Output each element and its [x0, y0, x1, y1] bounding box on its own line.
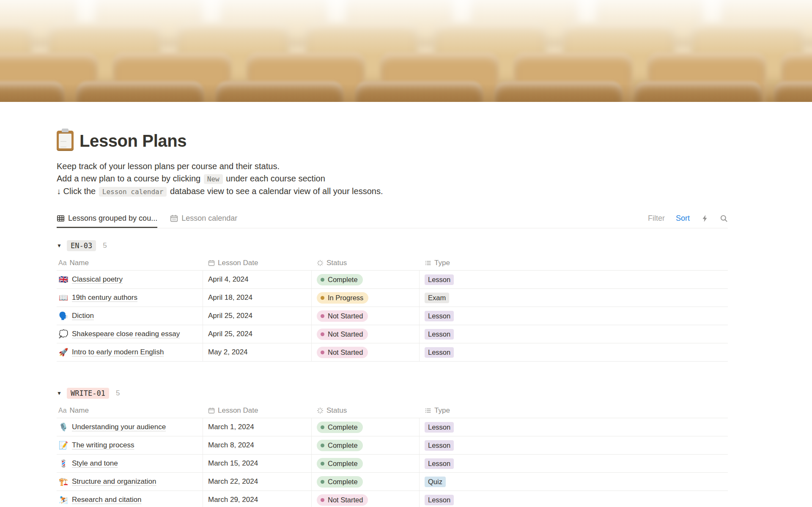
table-rows: 🇬🇧 Classical poetry April 4, 2024 Comple…	[57, 271, 728, 362]
status-cell[interactable]: Not Started	[312, 307, 420, 325]
lightning-icon[interactable]	[701, 214, 709, 222]
type-cell[interactable]: Quiz	[420, 473, 728, 491]
tab-lesson-calendar[interactable]: Lesson calendar	[170, 209, 237, 228]
name-cell[interactable]: 🏗️ Structure and organization	[57, 473, 203, 491]
name-cell[interactable]: 📖 19th century authors	[57, 289, 203, 307]
column-header-type[interactable]: Type	[420, 406, 728, 415]
table-row: 🗣️ Diction April 25, 2024 Not Started Le…	[57, 307, 728, 325]
table-row: 💈 Style and tone March 15, 2024 Complete…	[57, 455, 728, 473]
status-dot-icon	[321, 498, 324, 502]
group-count: 5	[116, 389, 120, 397]
status-cell[interactable]: Not Started	[312, 491, 420, 507]
filter-button[interactable]: Filter	[648, 214, 665, 223]
cover-image	[0, 0, 812, 102]
tab-lessons-grouped-by-course[interactable]: Lessons grouped by cou...	[57, 209, 157, 228]
column-header-lesson-date[interactable]: Lesson Date	[203, 259, 312, 267]
type-cell[interactable]: Lesson	[420, 307, 728, 325]
name-cell[interactable]: ⛷️ Research and citation	[57, 491, 203, 507]
lesson-date-cell[interactable]: April 18, 2024	[203, 289, 312, 307]
status-dot-icon	[321, 296, 324, 300]
table-header: AaNameLesson DateStatusType	[57, 403, 728, 418]
groups: ▼ EN-03 5 AaNameLesson DateStatusType 🇬🇧…	[57, 236, 728, 507]
aa-property-icon: Aa	[58, 259, 67, 267]
status-cell[interactable]: Complete	[312, 418, 420, 436]
name-cell[interactable]: 💭 Shakespeare close reading essay	[57, 325, 203, 343]
type-badge: Lesson	[425, 440, 454, 451]
table-row: 🇬🇧 Classical poetry April 4, 2024 Comple…	[57, 271, 728, 289]
status-dot-icon	[321, 444, 324, 447]
lesson-date-cell[interactable]: April 25, 2024	[203, 325, 312, 343]
type-badge: Exam	[425, 293, 449, 303]
type-cell[interactable]: Lesson	[420, 271, 728, 288]
lesson-date-cell[interactable]: March 8, 2024	[203, 436, 312, 454]
calendar-property-icon	[208, 260, 215, 266]
type-badge: Lesson	[425, 495, 454, 505]
name-cell[interactable]: 🎙️ Understanding your audience	[57, 418, 203, 436]
type-cell[interactable]: Lesson	[420, 325, 728, 343]
lesson-date-cell[interactable]: March 1, 2024	[203, 418, 312, 436]
table-row: 📝 The writing process March 8, 2024 Comp…	[57, 436, 728, 455]
status-cell[interactable]: Complete	[312, 436, 420, 454]
status-dot-icon	[321, 278, 324, 282]
description-line-2: Add a new plan to a course by clicking N…	[57, 173, 728, 185]
status-cell[interactable]: Complete	[312, 473, 420, 491]
type-cell[interactable]: Lesson	[420, 343, 728, 361]
status-dot-icon	[321, 351, 324, 354]
sort-button[interactable]: Sort	[676, 214, 690, 223]
status-badge: Not Started	[317, 310, 368, 322]
lesson-date-cell[interactable]: March 29, 2024	[203, 491, 312, 507]
status-property-icon	[317, 260, 324, 266]
course-group: ▼ EN-03 5 AaNameLesson DateStatusType 🇬🇧…	[57, 236, 728, 362]
open-book-icon: 📖	[58, 293, 69, 302]
column-header-type[interactable]: Type	[420, 259, 728, 267]
search-icon[interactable]	[720, 214, 728, 222]
status-cell[interactable]: Complete	[312, 271, 420, 288]
page-title[interactable]: Lesson Plans	[80, 132, 187, 151]
type-cell[interactable]: Lesson	[420, 436, 728, 454]
table-icon	[57, 214, 65, 222]
type-cell[interactable]: Exam	[420, 289, 728, 307]
status-cell[interactable]: Not Started	[312, 325, 420, 343]
column-header-status[interactable]: Status	[312, 406, 420, 415]
type-badge: Lesson	[425, 347, 454, 358]
status-dot-icon	[321, 314, 324, 318]
lesson-date-cell[interactable]: March 22, 2024	[203, 473, 312, 491]
lesson-date-cell[interactable]: March 15, 2024	[203, 455, 312, 472]
group-toggle-icon[interactable]: ▼	[57, 390, 67, 396]
column-header-lesson-date[interactable]: Lesson Date	[203, 406, 312, 415]
status-dot-icon	[321, 480, 324, 484]
lesson-calendar-chip: Lesson calendar	[99, 187, 167, 197]
course-badge[interactable]: EN-03	[67, 240, 96, 251]
group-toggle-icon[interactable]: ▼	[57, 243, 67, 249]
name-cell[interactable]: 🗣️ Diction	[57, 307, 203, 325]
status-cell[interactable]: Not Started	[312, 343, 420, 361]
status-badge: In Progress	[317, 292, 368, 304]
barber-pole-icon: 💈	[58, 459, 69, 468]
type-cell[interactable]: Lesson	[420, 418, 728, 436]
status-badge: Complete	[317, 458, 363, 469]
type-cell[interactable]: Lesson	[420, 455, 728, 472]
name-cell[interactable]: 🇬🇧 Classical poetry	[57, 271, 203, 288]
type-badge: Lesson	[425, 422, 454, 433]
name-cell[interactable]: 💈 Style and tone	[57, 455, 203, 472]
column-header-status[interactable]: Status	[312, 259, 420, 267]
name-cell[interactable]: 🚀 Intro to early modern English	[57, 343, 203, 361]
lesson-date-cell[interactable]: April 4, 2024	[203, 271, 312, 288]
status-badge: Not Started	[317, 329, 368, 340]
name-cell[interactable]: 📝 The writing process	[57, 436, 203, 454]
status-badge: Complete	[317, 440, 363, 451]
lesson-date-cell[interactable]: May 2, 2024	[203, 343, 312, 361]
column-header-name[interactable]: AaName	[57, 259, 203, 267]
type-cell[interactable]: Lesson	[420, 491, 728, 507]
status-cell[interactable]: In Progress	[312, 289, 420, 307]
description-line-3: ↓ Click the Lesson calendar database vie…	[57, 185, 728, 198]
status-cell[interactable]: Complete	[312, 455, 420, 472]
column-header-name[interactable]: AaName	[57, 406, 203, 415]
course-badge[interactable]: WRITE-01	[67, 388, 109, 399]
speaking-head-icon: 🗣️	[58, 311, 69, 321]
table-row: 💭 Shakespeare close reading essay April …	[57, 325, 728, 343]
lesson-date-cell[interactable]: April 25, 2024	[203, 307, 312, 325]
type-badge: Lesson	[425, 329, 454, 340]
table-row: ⛷️ Research and citation March 29, 2024 …	[57, 491, 728, 507]
type-badge: Quiz	[425, 477, 446, 487]
